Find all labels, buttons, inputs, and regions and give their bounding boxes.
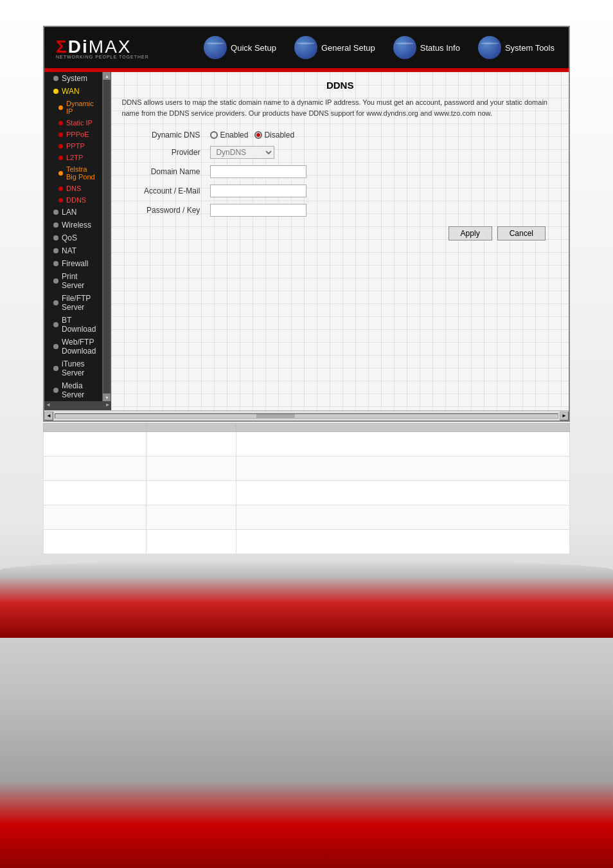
scroll-down-arrow[interactable]: ▼ [103,393,111,401]
nav-tabs: Quick Setup General Setup Status Info Sy… [154,27,562,68]
scroll-left-arrow[interactable]: ◄ [44,411,53,420]
logo-subtitle: NETWORKING PEOPLE TOGETHER [56,55,149,59]
sidebar-item-qos[interactable]: QoS [44,231,102,244]
table-cell [236,481,570,505]
tab-quick-setup-label: Quick Setup [231,43,276,53]
sidebar-item-label: Web/FTP Download [62,338,96,356]
sidebar-item-l2tp[interactable]: L2TP [44,152,102,163]
bullet-icon [53,278,58,284]
tab-system-tools[interactable]: System Tools [470,27,562,68]
sidebar-item-static-ip[interactable]: Static IP [44,117,102,129]
bullet-icon [58,132,63,137]
sidebar-item-label: WAN [62,87,80,96]
scroll-up-arrow[interactable]: ▲ [103,72,111,80]
label-account-email: Account / E-Mail [121,181,205,201]
tab-status-info-label: Status Info [420,43,460,53]
table-cell [44,432,147,457]
scroll-thumb[interactable] [256,414,295,418]
sidebar-item-ddns[interactable]: DDNS [44,194,102,206]
label-dynamic-dns: Dynamic DNS [121,127,205,143]
horizontal-scrollbar[interactable]: ◄ ► [44,410,569,420]
table-row [44,457,570,481]
table-row [44,505,570,530]
sidebar-item-label: BT Download [62,316,96,334]
table-cell [44,481,147,505]
col-header-2 [147,424,236,432]
scroll-right-arrow[interactable]: ► [560,411,569,420]
provider-select[interactable]: DynDNS TZO [210,146,274,159]
form-row-domain-name: Domain Name [121,162,558,181]
tab-system-tools-label: System Tools [505,43,555,53]
radio-enabled-btn[interactable] [210,131,218,139]
sidebar-item-label: L2TP [66,154,83,161]
sidebar-item-pptp[interactable]: PPTP [44,140,102,152]
bullet-icon [58,198,63,203]
sidebar-item-label: LAN [62,208,76,217]
sidebar-item-telstra[interactable]: Telstra Big Pond [44,163,102,183]
table-cell [147,505,236,530]
label-provider: Provider [121,143,205,162]
apply-button[interactable]: Apply [449,226,492,240]
sidebar-scroll-left[interactable]: ◄ [46,402,51,410]
sidebar-item-label: Dynamic IP [66,100,96,115]
sidebar-item-label: Wireless [62,221,91,230]
account-email-input[interactable] [210,185,306,197]
password-key-input[interactable] [210,204,306,217]
sidebar-item-system[interactable]: System [44,72,102,85]
sidebar-scroll-right[interactable]: ► [105,402,110,410]
bullet-icon [53,300,58,305]
bullet-icon [58,156,63,160]
form-row-provider: Provider DynDNS TZO [121,143,558,162]
sidebar-item-dns[interactable]: DNS [44,183,102,194]
tab-general-setup[interactable]: General Setup [287,27,383,68]
bullet-icon [53,248,58,253]
bullet-icon [53,261,58,266]
sidebar-item-itunes-server[interactable]: iTunes Server [44,357,102,379]
sidebar-item-lan[interactable]: LAN [44,206,102,219]
table-cell [44,505,147,530]
sidebar-item-label: Telstra Big Pond [66,165,96,181]
sidebar-item-nat[interactable]: NAT [44,244,102,257]
form-row-account-email: Account / E-Mail [121,181,558,201]
radio-enabled[interactable]: Enabled [210,131,248,140]
form-row-password: Password / Key [121,201,558,220]
sidebar-item-label: NAT [62,246,76,255]
sidebar-scrollbar[interactable]: ▲ ▼ [102,72,111,401]
sidebar-item-web-ftp-download[interactable]: Web/FTP Download [44,336,102,357]
sidebar-item-media-server[interactable]: Media Server [44,379,102,401]
sidebar-item-label: Static IP [66,119,93,127]
tab-quick-setup[interactable]: Quick Setup [196,27,284,68]
sidebar-item-wan[interactable]: WAN [44,85,102,98]
sidebar-item-ftp-server[interactable]: File/FTP Server [44,292,102,314]
table-cell [147,481,236,505]
form-buttons: Apply Cancel [121,226,558,240]
cancel-button[interactable]: Cancel [497,226,546,240]
label-password-key: Password / Key [121,201,205,220]
sidebar-item-dynamic-ip[interactable]: Dynamic IP [44,98,102,117]
radio-disabled[interactable]: Disabled [254,131,294,140]
radio-disabled-btn[interactable] [254,131,262,139]
form-row-dynamic-dns: Dynamic DNS Enabled Disabled [121,127,558,143]
bullet-icon [58,171,63,176]
table-cell [236,505,570,530]
sidebar-item-print-server[interactable]: Print Server [44,270,102,292]
table-cell [236,432,570,457]
value-password-key [205,201,558,220]
globe-icon-tools [478,36,501,59]
sidebar-item-firewall[interactable]: Firewall [44,257,102,270]
description-text: DDNS allows users to map the static doma… [121,97,558,118]
scroll-track [55,413,558,419]
bottom-table [43,423,570,554]
sidebar-item-label: DDNS [66,196,86,204]
sidebar-item-label: Print Server [62,272,96,290]
bullet-icon [53,344,58,349]
sidebar-item-wireless[interactable]: Wireless [44,219,102,231]
content-area: DDNS DDNS allows users to map the static… [111,72,569,410]
domain-name-input[interactable] [210,165,306,178]
tab-status-info[interactable]: Status Info [386,27,468,68]
sidebar-item-bt-download[interactable]: BT Download [44,314,102,336]
sidebar-item-label: PPTP [66,142,85,150]
sidebar-item-pppoe[interactable]: PPPoE [44,129,102,140]
globe-icon-general [294,36,317,59]
table-cell [236,530,570,554]
